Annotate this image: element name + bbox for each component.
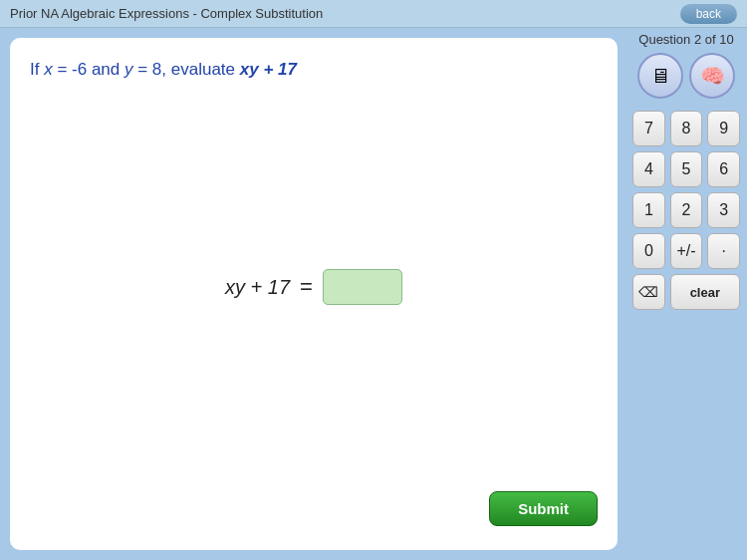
btn-2[interactable]: 2 xyxy=(670,192,703,228)
back-button[interactable]: back xyxy=(680,4,737,24)
icon-row: 🖥 🧠 xyxy=(637,53,735,99)
page-title: Prior NA Algebraic Expressions - Complex… xyxy=(10,6,323,21)
right-panel: Question 2 of 10 🖥 🧠 7 8 9 4 5 6 1 2 3 0… xyxy=(627,28,747,560)
equation-label: xy + 17 xyxy=(225,276,290,299)
btn-7[interactable]: 7 xyxy=(632,111,665,146)
btn-5[interactable]: 5 xyxy=(670,151,703,187)
btn-9[interactable]: 9 xyxy=(707,111,740,146)
monitor-icon-button[interactable]: 🖥 xyxy=(637,53,683,99)
btn-clear[interactable]: clear xyxy=(670,274,740,310)
equals-sign: = xyxy=(300,274,313,300)
btn-3[interactable]: 3 xyxy=(707,192,740,228)
btn-8[interactable]: 8 xyxy=(670,111,703,146)
submit-row: Submit xyxy=(30,483,598,530)
var-x: x xyxy=(44,60,53,79)
main-area: If x = -6 and y = 8, evaluate xy + 17 xy… xyxy=(0,28,747,560)
question-mid1: = -6 and xyxy=(53,60,124,79)
btn-backspace[interactable]: ⌫ xyxy=(632,274,665,310)
question-counter: Question 2 of 10 xyxy=(638,32,733,47)
monitor-icon: 🖥 xyxy=(650,65,670,88)
btn-6[interactable]: 6 xyxy=(707,151,740,187)
left-panel: If x = -6 and y = 8, evaluate xy + 17 xy… xyxy=(0,28,627,560)
question-expression: xy + 17 xyxy=(240,60,297,79)
equation-area: xy + 17 = xyxy=(30,92,598,483)
top-bar: Prior NA Algebraic Expressions - Complex… xyxy=(0,0,747,28)
btn-plusminus[interactable]: +/- xyxy=(670,233,703,269)
question-text: If x = -6 and y = 8, evaluate xy + 17 xyxy=(30,58,598,82)
btn-dot[interactable]: · xyxy=(707,233,740,269)
btn-0[interactable]: 0 xyxy=(632,233,665,269)
brain-icon-button[interactable]: 🧠 xyxy=(689,53,735,99)
answer-input-box[interactable] xyxy=(323,269,402,305)
question-mid2: = 8, evaluate xyxy=(132,60,239,79)
brain-icon: 🧠 xyxy=(700,64,725,88)
question-prefix: If xyxy=(30,60,44,79)
btn-1[interactable]: 1 xyxy=(632,192,665,228)
btn-4[interactable]: 4 xyxy=(632,151,665,187)
submit-button[interactable]: Submit xyxy=(489,491,598,526)
question-card: If x = -6 and y = 8, evaluate xy + 17 xy… xyxy=(10,38,618,550)
numpad: 7 8 9 4 5 6 1 2 3 0 +/- · ⌫ clear xyxy=(632,111,740,310)
